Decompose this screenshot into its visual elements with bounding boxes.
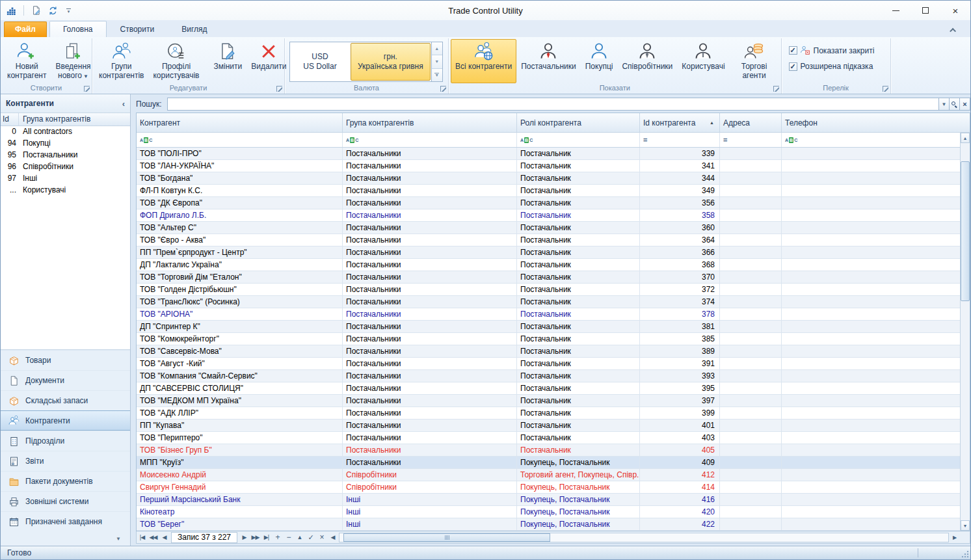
filter-cell-group[interactable]: ABC xyxy=(343,133,517,147)
sidebar-item-зовнішні-системи[interactable]: Зовнішні системи xyxy=(1,491,130,511)
buyers-button[interactable]: Покупці xyxy=(581,39,618,83)
app-icon[interactable] xyxy=(5,3,19,18)
group-row[interactable]: 95 Постачальники xyxy=(1,150,130,161)
dialog-launcher-icon[interactable] xyxy=(84,86,90,92)
currency-uah[interactable]: грн. Українська гривня xyxy=(351,43,431,81)
tab-create[interactable]: Створити xyxy=(107,21,168,37)
scrollbar-thumb[interactable] xyxy=(961,161,970,301)
gallery-up-button[interactable]: ▲ xyxy=(432,42,442,55)
collapse-sidebar-button[interactable]: ‹ xyxy=(122,99,125,109)
table-row[interactable]: Свиргун Геннадий Співробітники Покупець,… xyxy=(137,481,970,494)
column-header-address[interactable]: Адреса xyxy=(720,113,782,132)
table-row[interactable]: ТОВ "Альтер С" Постачальники Постачальни… xyxy=(137,222,970,234)
scroll-right-button[interactable]: ▶ xyxy=(950,535,960,540)
table-row[interactable]: ТОВ "Берег" Інші Покупець, Постачальник … xyxy=(137,518,970,531)
table-row[interactable]: ТОВ "АДК ЛЛІР" Постачальники Постачальни… xyxy=(137,407,970,420)
dialog-launcher-icon[interactable] xyxy=(773,86,779,92)
table-row[interactable]: ТОВ "ЛАН-УКРАЇНА" Постачальники Постачал… xyxy=(137,160,970,172)
append-record-button[interactable]: + xyxy=(272,532,283,543)
group-row[interactable]: 0 All contractors xyxy=(1,126,130,138)
currency-usd[interactable]: USD US Dollar xyxy=(290,42,350,81)
last-record-button[interactable]: ▶| xyxy=(261,532,272,543)
scroll-down-button[interactable]: ▼ xyxy=(961,520,970,531)
chevron-down-icon[interactable]: ▼ xyxy=(116,536,121,542)
close-button[interactable]: × xyxy=(940,1,970,20)
filter-cell-address[interactable]: = xyxy=(720,133,782,147)
employees-button[interactable]: Співробітники xyxy=(617,39,677,83)
next-page-button[interactable]: ▶▶ xyxy=(250,532,261,543)
table-row[interactable]: ТОВ "Бізнес Груп Б" Постачальники Постач… xyxy=(137,444,970,457)
next-record-button[interactable]: ▶ xyxy=(239,532,250,543)
scrollbar-track[interactable] xyxy=(961,143,970,520)
table-row[interactable]: ТОВ "Август -Кий" Постачальники Постачал… xyxy=(137,358,970,370)
filter-cell-roles[interactable]: ABC xyxy=(517,133,640,147)
group-row[interactable]: 94 Покупці xyxy=(1,138,130,150)
gallery-down-button[interactable]: ▼ xyxy=(432,55,442,68)
gallery-dropdown-button[interactable]: ▼ xyxy=(432,69,442,81)
first-record-button[interactable]: |◀ xyxy=(137,532,148,543)
search-dropdown-button[interactable]: ▼ xyxy=(939,98,950,111)
table-row[interactable]: ТОВ "ПОЛІ-ПРО" Постачальники Постачальни… xyxy=(137,148,970,160)
table-row[interactable]: ПП "Прем`єрпродукт - Центр" Постачальник… xyxy=(137,247,970,259)
delete-record-button[interactable]: − xyxy=(283,532,294,543)
table-row[interactable]: ТОВ "АРІОНА" Постачальники Постачальник … xyxy=(137,308,970,321)
sidebar-item-товари[interactable]: Товари xyxy=(1,350,130,370)
all-contractors-button[interactable]: Всі контрагенти xyxy=(451,39,516,83)
cancel-edit-button[interactable]: × xyxy=(316,532,327,543)
minimize-button[interactable] xyxy=(881,1,911,20)
vertical-scrollbar[interactable]: ▲ ▼ xyxy=(960,133,970,531)
table-row[interactable]: ТОВ "Савсервіс-Мова" Постачальники Поста… xyxy=(137,345,970,358)
table-row[interactable]: МПП "Круїз" Постачальники Покупець, Пост… xyxy=(137,457,970,469)
filter-cell-contractor[interactable]: ABC xyxy=(137,133,343,147)
filter-cell-id[interactable]: = xyxy=(640,133,720,147)
extended-hint-checkbox[interactable]: ✓ Розширена підказка xyxy=(789,62,875,71)
table-row[interactable]: ТОВ "ДК Європа" Постачальники Постачальн… xyxy=(137,197,970,209)
suppliers-button[interactable]: Постачальники xyxy=(516,39,581,83)
qat-dropdown-icon[interactable]: ▼ xyxy=(66,8,71,13)
sidebar-item-звіти[interactable]: Звіти xyxy=(1,451,130,471)
edit-button[interactable]: Змінити xyxy=(209,39,247,83)
table-row[interactable]: Моисеєнко Андрій Співробітники Торговий … xyxy=(137,469,970,481)
user-profiles-button[interactable]: Профілі користувачів xyxy=(148,39,204,83)
sidebar-item-складські-запаси[interactable]: Складські запаси xyxy=(1,390,130,410)
sidebar-item-контрагенти[interactable]: Контрагенти xyxy=(1,410,130,431)
table-row[interactable]: ТОВ "Голден Дістрібьюшн" Постачальники П… xyxy=(137,284,970,296)
scroll-up-button[interactable]: ▲ xyxy=(961,133,970,143)
column-header-roles[interactable]: Ролі контрагента xyxy=(517,113,640,132)
clear-search-button[interactable]: × xyxy=(960,98,970,111)
table-row[interactable]: ПП "Купава" Постачальники Постачальник 4… xyxy=(137,420,970,432)
end-edit-button[interactable]: ✓ xyxy=(305,532,316,543)
table-row[interactable]: ТОВ "ТрансЛюкс" (Росинка) Постачальники … xyxy=(137,296,970,308)
table-row[interactable]: ДП "Спринтер К" Постачальники Постачальн… xyxy=(137,321,970,333)
table-row[interactable]: Кінотеатр Інші Покупець, Постачальник 42… xyxy=(137,506,970,518)
contractor-groups-button[interactable]: Групи контрагентів xyxy=(94,39,148,83)
trade-agents-button[interactable]: Торгові агенти xyxy=(730,39,779,83)
dialog-launcher-icon[interactable] xyxy=(276,86,282,92)
table-row[interactable]: ТОВ "Периптеро" Постачальники Постачальн… xyxy=(137,432,970,444)
show-closed-checkbox[interactable]: ✓ Показати закриті xyxy=(789,46,875,55)
column-header-contractor[interactable]: Контрагент xyxy=(137,113,343,132)
filter-cell-phone[interactable]: ABC xyxy=(782,133,970,147)
table-row[interactable]: ФЛ-П Ковтун К.С. Постачальники Постачаль… xyxy=(137,185,970,197)
scroll-left-button[interactable]: ◀ xyxy=(327,532,338,543)
column-header-id[interactable]: Id xyxy=(1,113,19,126)
group-row[interactable]: 97 Інші xyxy=(1,173,130,185)
table-row[interactable]: ТОВ "Торговий Дім "Еталон" Постачальники… xyxy=(137,271,970,284)
table-row[interactable]: ТОВ "Богдана" Постачальники Постачальник… xyxy=(137,172,970,185)
search-input[interactable] xyxy=(167,98,939,111)
sidebar-item-документи[interactable]: Документи xyxy=(1,370,130,390)
column-header-group[interactable]: Група контрагентів xyxy=(19,113,130,126)
horizontal-scrollbar[interactable] xyxy=(339,533,949,542)
sidebar-item-підрозділи[interactable]: Підрозділи xyxy=(1,431,130,451)
table-row[interactable]: ДП "САВСЕРВІС СТОЛИЦЯ" Постачальники Пос… xyxy=(137,382,970,395)
new-document-icon[interactable] xyxy=(29,3,43,18)
table-row[interactable]: ТОВ "Комюкрейнторг" Постачальники Постач… xyxy=(137,333,970,345)
sidebar-item-пакети-документів[interactable]: Пакети документів xyxy=(1,471,130,491)
tab-home[interactable]: Головна xyxy=(49,21,107,37)
search-button[interactable] xyxy=(950,98,960,111)
table-row[interactable]: Перший Марсіанський Банк Інші Покупець, … xyxy=(137,494,970,506)
maximize-button[interactable] xyxy=(911,1,940,20)
tab-file[interactable]: Файл xyxy=(4,21,47,37)
sidebar-item-призначені-завдання[interactable]: Призначені завдання xyxy=(1,511,130,531)
collapse-ribbon-button[interactable] xyxy=(948,25,959,34)
